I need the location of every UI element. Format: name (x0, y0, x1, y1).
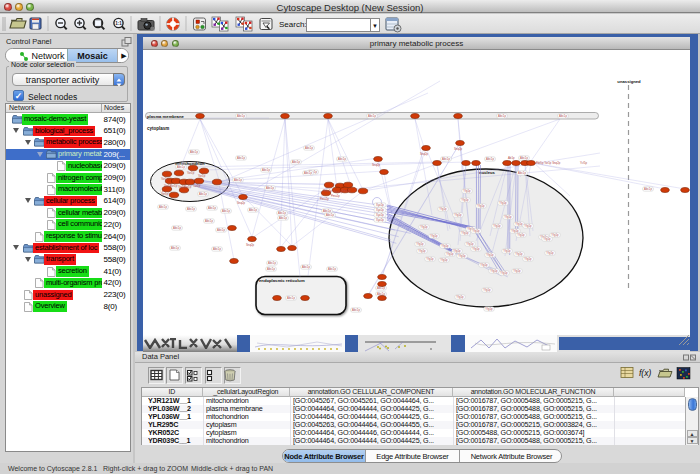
svg-text:Abc1p: Abc1p (644, 187, 652, 191)
svg-text:Yfg1p: Yfg1p (416, 242, 424, 246)
svg-text:endoplasmic reticulum: endoplasmic reticulum (259, 278, 305, 283)
svg-text:Abc1p: Abc1p (217, 228, 225, 232)
svg-text:Yfg1p: Yfg1p (426, 257, 434, 261)
svg-text:Abc1p: Abc1p (171, 246, 179, 250)
svg-text:Xyz2p: Xyz2p (376, 213, 384, 217)
svg-text:Abc1p: Abc1p (559, 114, 567, 118)
svg-text:Abc1p: Abc1p (279, 216, 287, 220)
svg-text:Yfg1p: Yfg1p (504, 215, 512, 219)
svg-text:Yor1p: Yor1p (184, 185, 192, 189)
svg-text:Abc1p: Abc1p (199, 192, 207, 196)
svg-text:Abc1p: Abc1p (237, 156, 245, 160)
svg-text:Yfg1p: Yfg1p (515, 252, 523, 256)
svg-text:Yfg1p: Yfg1p (418, 249, 426, 253)
svg-text:Pma1p: Pma1p (342, 189, 351, 193)
svg-text:Yfg1p: Yfg1p (524, 257, 532, 261)
svg-text:Yor1p: Yor1p (161, 177, 169, 181)
svg-text:Yfg1p: Yfg1p (524, 224, 532, 228)
svg-text:Abc1p: Abc1p (266, 186, 274, 190)
svg-text:Yfg1p: Yfg1p (466, 242, 474, 246)
svg-text:Abc1p: Abc1p (518, 171, 526, 175)
svg-text:Abc1p: Abc1p (249, 208, 257, 212)
svg-text:Yfg1p: Yfg1p (463, 189, 471, 193)
svg-text:Pma1p: Pma1p (323, 189, 332, 193)
svg-text:Yfg1p: Yfg1p (456, 295, 464, 299)
svg-text:Abc1p: Abc1p (177, 165, 185, 169)
svg-text:unassigned: unassigned (617, 79, 641, 84)
svg-text:Abc1p: Abc1p (292, 160, 300, 164)
svg-text:Yfg1p: Yfg1p (513, 269, 521, 273)
svg-text:Abc1p: Abc1p (287, 296, 295, 300)
svg-text:Yfg1p: Yfg1p (439, 207, 447, 211)
svg-text:Yfg1p: Yfg1p (517, 233, 525, 237)
svg-text:Yor1p: Yor1p (193, 184, 201, 188)
svg-text:Yfg1p: Yfg1p (454, 213, 462, 217)
svg-text:Snq2p: Snq2p (246, 243, 255, 247)
svg-text:Snq2p: Snq2p (420, 152, 429, 156)
svg-text:Yfg1p: Yfg1p (500, 271, 508, 275)
svg-text:Yfg1p: Yfg1p (472, 229, 480, 233)
svg-text:Abc1p: Abc1p (237, 114, 245, 118)
svg-text:cytoplasm: cytoplasm (147, 126, 169, 131)
svg-text:Abc1p: Abc1p (213, 247, 221, 251)
svg-text:Yor1p: Yor1p (198, 174, 206, 178)
svg-text:Abc1p: Abc1p (305, 146, 313, 150)
svg-text:Abc1p: Abc1p (368, 114, 376, 118)
svg-text:Abc1p: Abc1p (486, 157, 494, 161)
svg-text:Yfg1p: Yfg1p (430, 234, 438, 238)
svg-text:Abc1p: Abc1p (190, 150, 198, 154)
svg-text:Yfg1p: Yfg1p (503, 249, 511, 253)
svg-text:Abc1p: Abc1p (234, 178, 242, 182)
svg-text:Yfg1p: Yfg1p (490, 269, 498, 273)
svg-text:Abc1p: Abc1p (208, 206, 216, 210)
svg-text:Yfg1p: Yfg1p (499, 201, 507, 205)
svg-text:Abc1p: Abc1p (262, 168, 270, 172)
svg-text:Abc1p: Abc1p (205, 219, 213, 223)
svg-text:Ab1p: Ab1p (508, 156, 515, 160)
svg-text:Abc1p: Abc1p (159, 205, 167, 209)
svg-text:Ycf1p: Ycf1p (580, 161, 588, 165)
svg-text:Yfg1p: Yfg1p (546, 251, 554, 255)
svg-text:Snq2p: Snq2p (237, 201, 246, 205)
svg-text:1:1: 1:1 (115, 21, 122, 26)
svg-text:Xyz2p: Xyz2p (376, 208, 384, 212)
svg-text:nucleus: nucleus (479, 170, 495, 175)
svg-text:Yfg1p: Yfg1p (483, 288, 491, 292)
svg-text:Yor1p: Yor1p (170, 184, 178, 188)
svg-text:Abc1p: Abc1p (520, 156, 528, 160)
svg-text:Snq2p: Snq2p (372, 163, 381, 167)
svg-text:Yfg1p: Yfg1p (446, 252, 454, 256)
svg-text:Yfg1p: Yfg1p (440, 258, 448, 262)
svg-text:Snq2p: Snq2p (454, 147, 463, 151)
svg-text:plasma membrane: plasma membrane (147, 114, 184, 119)
svg-text:Yfg1p: Yfg1p (420, 225, 428, 229)
svg-text:Abc1p: Abc1p (328, 267, 336, 271)
svg-text:Yfg1p: Yfg1p (461, 198, 469, 202)
svg-text:Abc1p: Abc1p (338, 157, 346, 161)
svg-text:Yfg1p: Yfg1p (480, 263, 488, 267)
svg-text:Abc1p: Abc1p (187, 207, 195, 211)
svg-text:Xyz2p: Xyz2p (376, 218, 384, 222)
svg-text:f(x): f(x) (639, 368, 651, 378)
svg-text:Yor1p: Yor1p (187, 171, 195, 175)
svg-text:Yor1p: Yor1p (161, 192, 169, 196)
svg-text:Abc1p: Abc1p (268, 261, 276, 265)
svg-text:Yfg1p: Yfg1p (485, 307, 493, 311)
svg-text:Yfg1p: Yfg1p (551, 233, 559, 237)
svg-text:Abc1p: Abc1p (173, 226, 181, 230)
svg-text:Abc1p: Abc1p (326, 213, 334, 217)
svg-text:Abc1p: Abc1p (302, 265, 310, 269)
svg-text:Abc1p: Abc1p (352, 308, 360, 312)
svg-text:Yfg1p: Yfg1p (441, 244, 449, 248)
svg-text:Pma1p: Pma1p (320, 197, 329, 201)
svg-text:Abc1p: Abc1p (278, 211, 286, 215)
svg-text:Abc1p: Abc1p (222, 209, 230, 213)
svg-text:Yfg1p: Yfg1p (486, 253, 494, 257)
svg-text:Abc1p: Abc1p (267, 267, 275, 271)
svg-text:Yfg1p: Yfg1p (461, 231, 469, 235)
svg-text:Yfg1p: Yfg1p (458, 254, 466, 258)
svg-text:Yfg1p: Yfg1p (472, 247, 480, 251)
svg-text:Xyz2p: Xyz2p (376, 203, 384, 207)
svg-text:Pma1p: Pma1p (331, 194, 340, 198)
svg-text:Abc1p: Abc1p (304, 171, 312, 175)
